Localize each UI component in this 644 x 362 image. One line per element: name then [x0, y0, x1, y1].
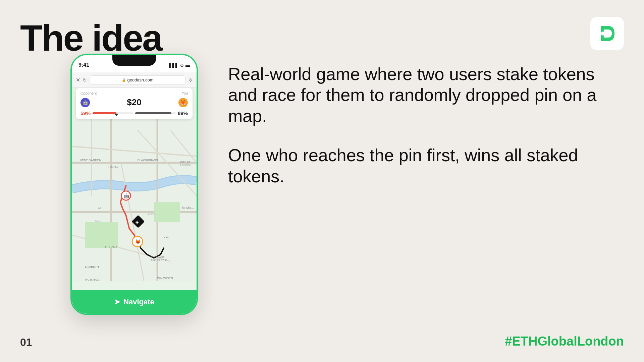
browser-url-text: geodash.com — [127, 77, 153, 82]
navigate-label: Navigate — [123, 298, 154, 306]
stake-amount: $20 — [127, 97, 141, 108]
svg-text:🦊: 🦊 — [135, 239, 141, 245]
svg-point-0 — [601, 32, 605, 36]
phone-mockup: 9:41 ▌▌▌ ⊙ ▬ ✕ ↻ 🔒 geodash.com ⟡ Opponen… — [70, 54, 198, 315]
game-overlay: Opponent You 🤖 $20 🦊 59% — [76, 88, 193, 119]
wifi-icon: ⊙ — [180, 63, 184, 68]
phone-notch — [112, 55, 156, 66]
svg-text:CITY OF: CITY OF — [180, 161, 191, 164]
svg-rect-13 — [85, 222, 118, 248]
svg-text:LAMBETH: LAMBETH — [85, 265, 99, 268]
browser-url-bar[interactable]: 🔒 geodash.com — [90, 75, 186, 85]
svg-text:The Sha...: The Sha... — [180, 206, 194, 209]
signal-icon: ▌▌▌ — [169, 63, 178, 68]
svg-text:BLACKFRIARS: BLACKFRIARS — [138, 159, 158, 162]
svg-text:Ben...: Ben... — [95, 220, 102, 223]
you-pct: 89% — [178, 110, 188, 116]
svg-text:🤖: 🤖 — [123, 193, 129, 199]
navigate-button[interactable]: ➤ Navigate — [72, 290, 197, 314]
svg-text:WALWORTH: WALWORTH — [157, 277, 174, 280]
svg-text:TEMPLE: TEMPLE — [108, 165, 118, 168]
page-title: The idea — [20, 18, 162, 57]
browser-refresh-icon[interactable]: ↻ — [83, 77, 87, 83]
logo-container — [590, 17, 624, 50]
navigate-icon: ➤ — [114, 298, 120, 306]
browser-close-icon[interactable]: ✕ — [76, 77, 80, 83]
lock-icon: 🔒 — [122, 78, 126, 82]
description-area: Real-world game where two users stake to… — [228, 64, 617, 187]
opponent-label: Opponent — [80, 91, 97, 95]
svg-text:◈: ◈ — [136, 220, 139, 225]
description-paragraph-1: Real-world game where two users stake to… — [228, 64, 617, 126]
geodash-logo-icon — [596, 23, 618, 44]
svg-text:VAUXHALL: VAUXHALL — [85, 278, 100, 282]
status-icons: ▌▌▌ ⊙ ▬ — [169, 63, 190, 68]
description-paragraph-2: One who reaches the pin first, wins all … — [228, 145, 617, 187]
svg-text:ELEPHANT: ELEPHANT — [151, 256, 165, 259]
you-progress-bar — [135, 112, 176, 114]
svg-text:LONDON: LONDON — [180, 164, 192, 167]
svg-text:TH BANK: TH BANK — [105, 245, 117, 249]
browser-bar[interactable]: ✕ ↻ 🔒 geodash.com ⟡ — [72, 72, 197, 88]
hashtag: #ETHGlobalLondon — [505, 334, 624, 349]
eth-icon[interactable]: ⟡ — [189, 76, 193, 83]
opponent-avatar: 🤖 — [80, 98, 90, 107]
you-label: You — [181, 91, 188, 95]
opponent-pct: 59% — [80, 110, 91, 116]
slide-number: 01 — [20, 336, 32, 349]
svg-rect-12 — [154, 202, 180, 222]
svg-text:A3200: A3200 — [147, 213, 155, 216]
opponent-progress-bar — [93, 112, 133, 114]
battery-icon: ▬ — [185, 63, 190, 68]
svg-text:A4: A4 — [98, 206, 101, 209]
player-avatar: 🦊 — [178, 98, 188, 107]
svg-text:AND CASTLE: AND CASTLE — [151, 259, 167, 262]
svg-text:KIPL...: KIPL... — [164, 236, 172, 239]
svg-text:VENT GARDEN: VENT GARDEN — [80, 159, 101, 162]
